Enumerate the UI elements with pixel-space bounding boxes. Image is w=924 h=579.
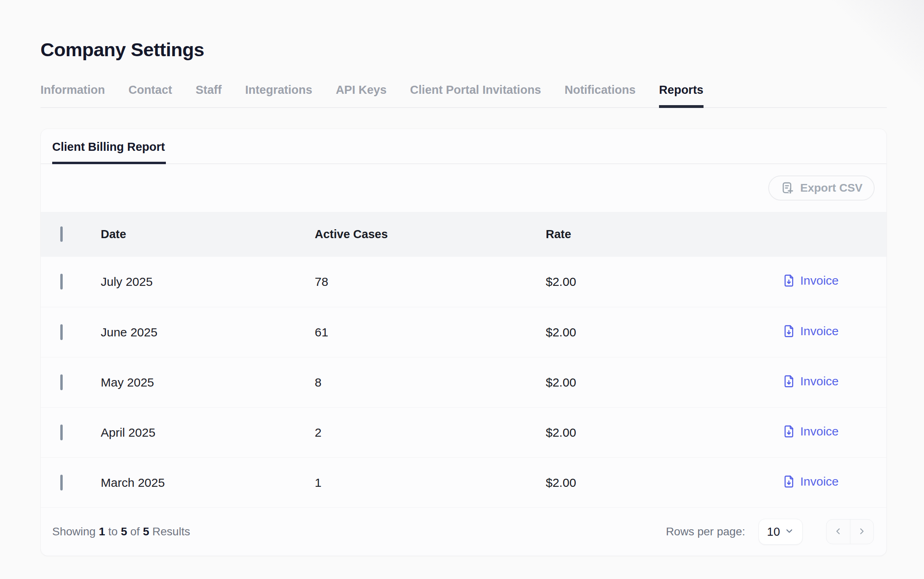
tab-client-portal-invitations[interactable]: Client Portal Invitations [410,80,541,107]
cell-rate: $2.00 [546,426,782,440]
cell-date: March 2025 [101,476,315,490]
tab-api-keys[interactable]: API Keys [336,80,387,107]
tab-information[interactable]: Information [40,80,105,107]
table-row: May 2025 8 $2.00 Invoice [41,357,886,407]
summary-start-number: 1 [99,525,105,538]
file-plus-icon [780,181,794,195]
cell-active-cases: 2 [315,426,546,440]
cell-date: April 2025 [101,426,315,440]
row-checkbox[interactable] [60,425,63,440]
chevron-down-icon [784,525,794,539]
report-subtab-bar: Client Billing Report [41,129,886,164]
export-csv-button[interactable]: Export CSV [768,175,875,201]
rows-per-page-value: 10 [767,525,780,539]
subtab-client-billing-report[interactable]: Client Billing Report [52,140,166,163]
cell-rate: $2.00 [546,325,782,339]
previous-page-button[interactable] [827,520,850,544]
row-checkbox[interactable] [60,374,63,390]
invoice-link-label: Invoice [800,324,839,338]
tab-contact[interactable]: Contact [129,80,172,107]
cell-rate: $2.00 [546,476,782,490]
cell-active-cases: 1 [315,476,546,490]
client-billing-report-card: Client Billing Report Export CSV Date [40,129,887,556]
table-row: April 2025 2 $2.00 Invoice [41,407,886,457]
cell-rate: $2.00 [546,376,782,389]
cell-active-cases: 78 [315,275,546,289]
table-row: July 2025 78 $2.00 Invoice [41,257,886,307]
cell-date: May 2025 [101,376,315,389]
file-download-icon [782,425,795,438]
invoice-link-label: Invoice [800,374,839,388]
invoice-link[interactable]: Invoice [782,324,839,338]
invoice-link-label: Invoice [800,425,839,438]
invoice-link[interactable]: Invoice [782,274,839,287]
next-page-button[interactable] [850,520,874,544]
table-footer: Showing 1 to 5 of 5 Results Rows per pag… [41,507,886,556]
invoice-link-label: Invoice [800,274,839,287]
cell-active-cases: 8 [315,376,546,389]
table-row: March 2025 1 $2.00 Invoice [41,457,886,507]
results-summary: Showing 1 to 5 of 5 Results [52,525,190,538]
file-download-icon [782,475,795,488]
cell-rate: $2.00 [546,275,782,289]
company-settings-page: Company Settings Information Contact Sta… [0,0,924,556]
summary-word: Results [153,525,190,538]
summary-word: Showing [52,525,95,538]
table-header-row: Date Active Cases Rate [41,212,886,257]
summary-end-number: 5 [121,525,127,538]
column-header-rate: Rate [546,228,782,241]
tab-reports[interactable]: Reports [659,80,704,107]
row-checkbox[interactable] [60,274,63,290]
tab-notifications[interactable]: Notifications [564,80,636,107]
column-header-active-cases: Active Cases [315,228,546,241]
rows-per-page-label: Rows per page: [666,525,745,538]
invoice-link[interactable]: Invoice [782,374,839,388]
invoice-link[interactable]: Invoice [782,475,839,488]
cell-date: July 2025 [101,275,315,289]
table-row: June 2025 61 $2.00 Invoice [41,307,886,357]
chevron-right-icon [857,526,867,537]
invoice-link-label: Invoice [800,475,839,488]
file-download-icon [782,325,795,338]
tab-staff[interactable]: Staff [195,80,221,107]
select-all-checkbox[interactable] [60,226,63,242]
summary-word: of [130,525,140,538]
report-toolbar: Export CSV [41,164,886,212]
tab-integrations[interactable]: Integrations [245,80,312,107]
summary-total-number: 5 [143,525,149,538]
cell-date: June 2025 [101,325,315,339]
summary-word: to [108,525,118,538]
rows-per-page-select[interactable]: 10 [759,519,803,545]
cell-active-cases: 61 [315,325,546,339]
chevron-left-icon [833,526,843,537]
invoice-link[interactable]: Invoice [782,425,839,438]
row-checkbox[interactable] [60,475,63,490]
file-download-icon [782,375,795,388]
pager [826,519,874,544]
row-checkbox[interactable] [60,324,63,340]
page-title: Company Settings [40,39,887,61]
column-header-date: Date [101,228,315,241]
file-download-icon [782,274,795,287]
export-csv-label: Export CSV [800,182,863,194]
settings-tab-bar: Information Contact Staff Integrations A… [40,80,887,108]
pagination-controls: Rows per page: 10 [666,519,874,545]
